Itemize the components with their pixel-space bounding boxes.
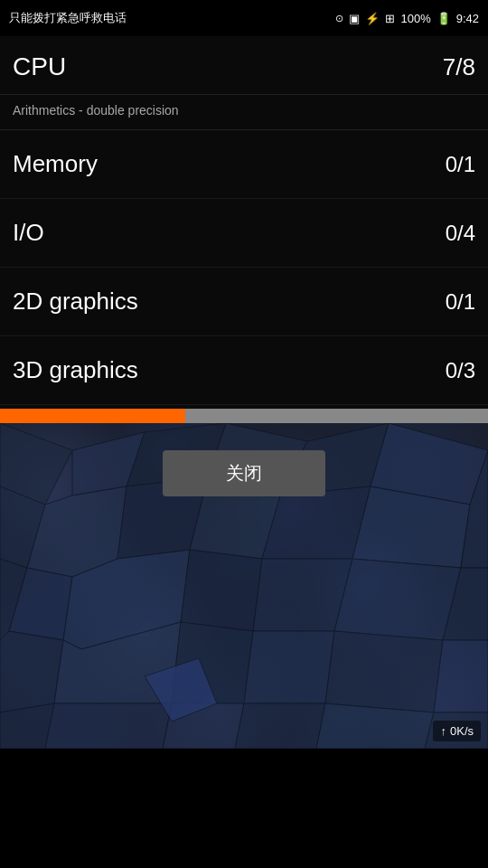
svg-marker-27 [45,703,172,749]
upload-icon: ↑ [440,724,446,738]
io-value: 0/4 [446,221,475,246]
cpu-value: 7/8 [443,53,475,81]
subtitle-row: Arithmetics - double precision [0,95,488,130]
graphics2d-value: 0/1 [446,289,475,315]
svg-marker-24 [325,631,443,712]
memory-value: 0/1 [446,152,475,177]
progress-bar-fill [0,409,185,423]
speed-value: 0K/s [450,724,474,738]
io-label: I/O [13,219,44,247]
sim-icon: ⊙ [335,13,343,24]
io-row: I/O 0/4 [0,199,488,268]
speed-indicator: ↑ 0K/s [433,721,481,741]
progress-bar-container [0,409,488,423]
bottom-section: 关闭 ↑ 0K/s [0,423,488,749]
status-bar: 只能拨打紧急呼救电话 ⊙ ▣ ⚡ ⊞ 100% 🔋 9:42 [0,0,488,36]
battery-icon: 🔋 [436,12,451,25]
usb-icon: ⚡ [365,12,380,25]
svg-marker-23 [244,631,334,703]
memory-row: Memory 0/1 [0,130,488,199]
time-display: 9:42 [456,12,479,25]
signal-icon: ▣ [349,12,360,25]
battery-percent: 100% [400,12,430,25]
svg-marker-18 [334,559,461,640]
graphics3d-row: 3D graphics 0/3 [0,336,488,405]
graphics2d-label: 2D graphics [13,288,138,316]
graphics3d-label: 3D graphics [13,356,138,384]
subtitle-text: Arithmetics - double precision [13,103,179,118]
graphics3d-value: 0/3 [446,358,475,383]
svg-marker-16 [181,550,262,631]
svg-marker-25 [434,640,488,712]
close-button[interactable]: 关闭 [163,450,325,496]
status-bar-right: ⊙ ▣ ⚡ ⊞ 100% 🔋 9:42 [335,12,479,25]
svg-marker-20 [0,631,63,712]
chip-icon: ⊞ [385,12,395,25]
notification-text: 只能拨打紧急呼救电话 [9,10,127,26]
memory-label: Memory [13,150,98,178]
graphics2d-row: 2D graphics 0/1 [0,268,488,336]
benchmark-panel: CPU 7/8 Arithmetics - double precision M… [0,36,488,423]
cpu-row: CPU 7/8 [0,36,488,95]
cpu-label: CPU [13,52,66,81]
svg-marker-29 [235,703,325,749]
